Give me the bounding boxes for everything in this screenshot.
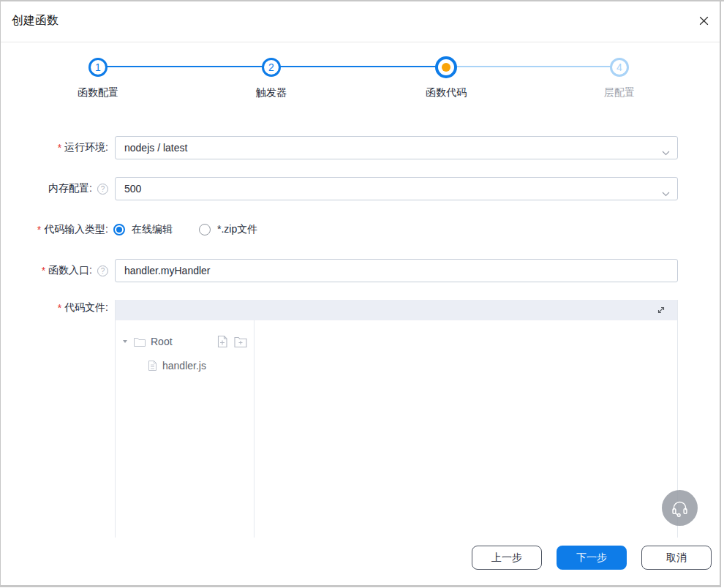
current-step-dot [442, 63, 450, 72]
step-4-circle: 4 [610, 58, 629, 77]
cancel-button[interactable]: 取消 [641, 546, 712, 570]
radio-zip-label: *.zip文件 [217, 223, 257, 236]
header-divider [0, 42, 720, 42]
memory-select[interactable]: 500 [115, 177, 678, 200]
code-editor: Root handl [115, 300, 678, 538]
code-file-label: * 代码文件: [0, 301, 108, 315]
dialog-border-bottom [0, 585, 721, 587]
tree-node-root[interactable]: Root [123, 335, 173, 348]
file-name: handler.js [162, 360, 206, 372]
step-2-circle: 2 [262, 58, 281, 77]
radio-unselected-icon [199, 224, 211, 235]
new-file-icon[interactable] [216, 335, 228, 351]
root-folder-name: Root [151, 336, 173, 347]
dialog-border-left [0, 0, 1, 587]
runtime-value: nodejs / latest [124, 142, 187, 154]
tree-node-file[interactable]: handler.js [148, 359, 206, 372]
prev-step-button[interactable]: 上一步 [472, 546, 542, 570]
caret-down-icon[interactable] [123, 340, 127, 343]
step-1-circle: 1 [88, 58, 108, 77]
create-function-dialog: 创建函数 1 2 4 函数配置 触发器 函数代码 层配置 * 运行环境: nod… [0, 0, 724, 588]
headset-icon [670, 498, 690, 518]
editor-canvas[interactable] [255, 320, 677, 538]
runtime-select[interactable]: nodejs / latest [115, 136, 678, 159]
editor-toolbar [116, 300, 677, 320]
new-folder-icon[interactable] [234, 335, 247, 351]
required-asterisk: * [37, 224, 41, 235]
tree-actions [216, 335, 247, 351]
entry-input[interactable]: handler.myHandler [115, 259, 678, 282]
memory-value: 500 [124, 183, 141, 195]
step-3-label: 函数代码 [395, 86, 497, 99]
chevron-down-icon [662, 187, 670, 199]
close-icon[interactable] [698, 15, 711, 28]
help-icon[interactable]: ? [97, 184, 108, 195]
dialog-border-right [720, 0, 721, 586]
radio-selected-icon [113, 224, 125, 235]
step-4-label: 层配置 [568, 86, 671, 99]
step-2-label: 触发器 [220, 86, 323, 99]
support-fab[interactable] [662, 490, 698, 526]
step-1-label: 函数配置 [47, 86, 149, 99]
file-icon [148, 360, 157, 372]
chevron-down-icon [662, 146, 670, 158]
required-asterisk: * [58, 142, 61, 154]
file-tree: Root handl [116, 320, 254, 538]
dialog-border-top [0, 0, 724, 1]
runtime-label: * 运行环境: [0, 140, 108, 155]
expand-icon[interactable] [656, 305, 666, 318]
radio-online-edit[interactable]: 在线编辑 [113, 223, 173, 236]
radio-zip-file[interactable]: *.zip文件 [199, 223, 257, 236]
radio-online-label: 在线编辑 [132, 223, 173, 236]
step-3-circle [435, 56, 457, 78]
help-icon[interactable]: ? [97, 265, 108, 276]
entry-value: handler.myHandler [124, 265, 211, 276]
step-connector-pending [446, 66, 619, 67]
folder-icon [134, 337, 146, 347]
entry-label: * 函数入口: ? [0, 263, 108, 278]
required-asterisk: * [58, 302, 61, 314]
next-step-button[interactable]: 下一步 [557, 546, 627, 570]
code-type-label: * 代码输入类型: [0, 222, 108, 237]
memory-label: 内存配置: ? [0, 181, 108, 196]
dialog-title: 创建函数 [12, 13, 59, 29]
required-asterisk: * [42, 265, 45, 276]
